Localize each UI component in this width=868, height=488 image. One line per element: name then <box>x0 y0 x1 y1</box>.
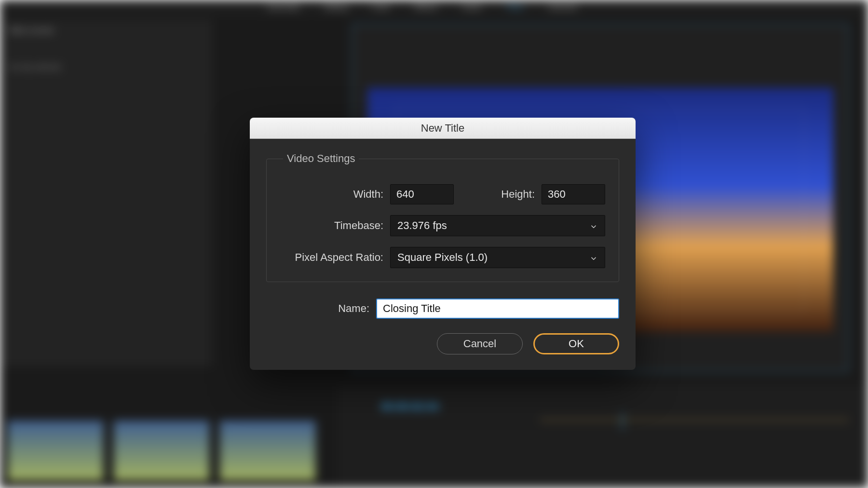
bin-thumbnail <box>113 420 210 481</box>
height-input[interactable] <box>542 184 605 204</box>
timeline-ruler <box>540 420 849 420</box>
width-input[interactable] <box>390 184 454 204</box>
height-label: Height: <box>501 188 542 201</box>
dialog-title: New Title <box>421 122 464 135</box>
pixel-aspect-ratio-value: Square Pixels (1.0) <box>397 251 488 264</box>
dialog-titlebar: New Title <box>250 118 636 139</box>
video-settings-group: Video Settings Width: Height: Timebase: … <box>266 152 619 282</box>
name-input[interactable] <box>376 298 619 319</box>
cancel-button[interactable]: Cancel <box>437 333 523 354</box>
bin-thumbnail <box>7 420 104 481</box>
timebase-label: Timebase: <box>280 219 390 232</box>
timebase-value: 23.976 fps <box>397 219 447 232</box>
timeline-timecode: 00:00:02:04 <box>381 400 439 413</box>
effect-controls-panel: Effect Controls No clip selected <box>0 19 212 366</box>
pixel-aspect-ratio-select[interactable]: Square Pixels (1.0) <box>390 247 605 268</box>
width-label: Width: <box>280 188 390 201</box>
name-label: Name: <box>266 302 376 315</box>
bin-thumbnail <box>219 420 316 481</box>
chevron-down-icon <box>589 221 598 230</box>
new-title-dialog: New Title Video Settings Width: Height: … <box>250 118 636 370</box>
timebase-select[interactable]: 23.976 fps <box>390 215 605 236</box>
workspace-tabs: AssemblyEditingColorEffectsAudioTitlesLi… <box>0 0 868 14</box>
timeline-playhead <box>622 412 623 430</box>
video-settings-legend: Video Settings <box>283 152 359 165</box>
ok-button[interactable]: OK <box>533 333 619 354</box>
chevron-down-icon <box>589 253 598 262</box>
pixel-aspect-ratio-label: Pixel Aspect Ratio: <box>280 251 390 264</box>
